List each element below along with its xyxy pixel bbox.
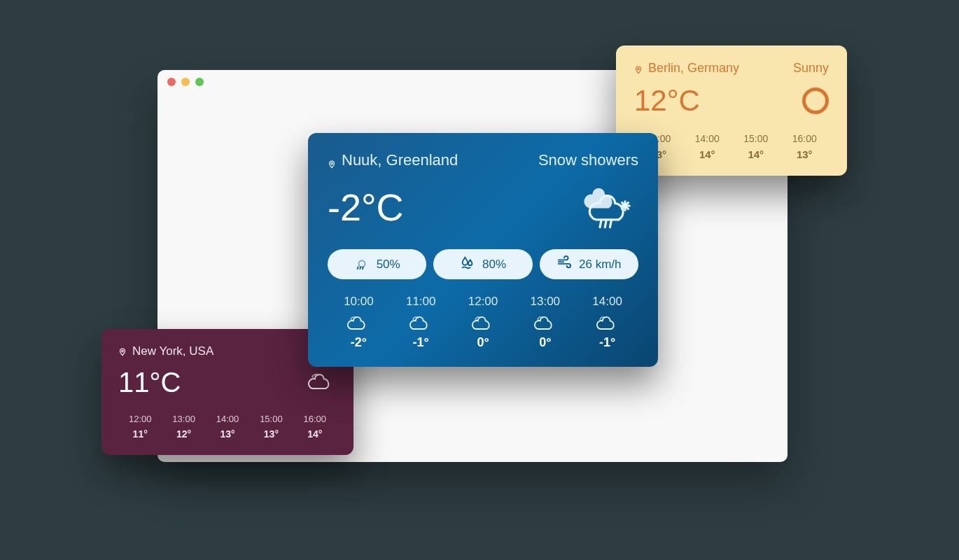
forecast-time: 14:00	[683, 133, 732, 144]
forecast-temp: 14°	[732, 148, 780, 160]
forecast-time: 12:00	[118, 414, 162, 424]
forecast-time: 16:00	[293, 414, 337, 424]
forecast-time: 13:00	[162, 414, 205, 424]
weather-metrics: 50% 80% 26 km/h	[328, 249, 638, 279]
precipitation-value: 50%	[377, 258, 400, 272]
forecast-item: 11:00 -1°	[390, 295, 452, 350]
sun-icon	[802, 88, 829, 114]
current-temperature: 12°C	[634, 84, 700, 118]
svg-line-9	[357, 267, 358, 269]
forecast-temp: 14°	[683, 148, 732, 160]
cloud-icon	[390, 313, 452, 332]
forecast-temp: -2°	[328, 335, 390, 350]
forecast-temp: 13°	[206, 428, 249, 440]
location-pin-icon	[328, 155, 336, 166]
cloud-icon	[514, 313, 576, 332]
svg-line-4	[610, 221, 611, 227]
location-label: Berlin, Germany	[648, 61, 739, 76]
forecast-time: 10:00	[328, 295, 390, 309]
forecast-time: 11:00	[390, 295, 452, 309]
forecast-item: 14:00 13°	[206, 414, 249, 440]
forecast-item: 13:00 0°	[514, 295, 576, 350]
forecast-temp: 11°	[118, 428, 162, 440]
cloudy-icon	[306, 370, 337, 396]
location-pin-icon	[118, 346, 127, 357]
current-temperature: 11°C	[118, 367, 181, 398]
precipitation-pill: 50%	[328, 249, 426, 279]
window-close-icon[interactable]	[167, 78, 176, 86]
svg-line-11	[363, 267, 363, 269]
forecast-temp: 13°	[249, 428, 293, 440]
forecast-item: 15:00 14°	[732, 133, 780, 160]
condition-label: Snow showers	[538, 151, 638, 169]
forecast-time: 14:00	[206, 414, 249, 424]
forecast-temp: 13°	[780, 148, 830, 160]
forecast-item: 10:00 -2°	[328, 295, 390, 350]
humidity-pill: 80%	[433, 249, 532, 279]
svg-line-2	[600, 221, 601, 227]
wind-pill: 26 km/h	[540, 249, 638, 279]
cloud-icon	[328, 313, 390, 332]
forecast-temp: 0°	[514, 335, 576, 350]
window-maximize-icon[interactable]	[195, 78, 204, 86]
forecast-time: 15:00	[732, 133, 780, 144]
forecast-row: 10:00 -2° 11:00 -1° 12:00 0° 13:00 0° 14…	[328, 295, 638, 350]
forecast-item: 13:00 12°	[162, 414, 205, 440]
forecast-temp: 0°	[452, 335, 514, 350]
raindrop-icon	[354, 255, 370, 274]
cloud-icon	[452, 313, 514, 332]
location-pin-icon	[634, 63, 643, 74]
forecast-time: 14:00	[576, 295, 638, 309]
forecast-item: 15:00 13°	[249, 414, 293, 440]
forecast-item: 12:00 0°	[452, 295, 514, 350]
humidity-value: 80%	[482, 258, 506, 272]
forecast-row: 13:00 13° 14:00 14° 15:00 14° 16:00 13°	[634, 133, 829, 160]
forecast-temp: 14°	[293, 428, 337, 440]
forecast-time: 12:00	[452, 295, 514, 309]
wind-value: 26 km/h	[579, 258, 621, 272]
forecast-item: 12:00 11°	[118, 414, 162, 440]
snow-showers-icon	[574, 181, 638, 234]
forecast-temp: -1°	[390, 335, 452, 350]
forecast-item: 14:00 -1°	[576, 295, 638, 350]
cloud-icon	[576, 313, 638, 332]
current-temperature: -2°C	[328, 186, 404, 229]
svg-point-0	[638, 68, 640, 70]
forecast-row: 12:00 11° 13:00 12° 14:00 13° 15:00 13° …	[118, 414, 337, 440]
forecast-item: 16:00 13°	[780, 133, 830, 160]
condition-label: Sunny	[793, 61, 829, 76]
location-label: Nuuk, Greenland	[342, 151, 458, 169]
svg-line-3	[605, 221, 606, 227]
weather-card-nuuk[interactable]: Nuuk, Greenland Snow showers -2°C	[308, 133, 658, 367]
window-minimize-icon[interactable]	[181, 78, 190, 86]
forecast-temp: 12°	[162, 428, 205, 440]
forecast-temp: -1°	[576, 335, 638, 350]
forecast-item: 16:00 14°	[293, 414, 337, 440]
forecast-item: 14:00 14°	[683, 133, 732, 160]
svg-line-10	[360, 267, 360, 269]
svg-point-1	[331, 162, 333, 164]
humidity-icon	[460, 255, 475, 274]
forecast-time: 15:00	[249, 414, 293, 424]
svg-point-12	[122, 350, 124, 352]
wind-icon	[556, 255, 572, 274]
forecast-time: 13:00	[514, 295, 576, 309]
location-label: New York, USA	[132, 344, 214, 358]
forecast-time: 16:00	[780, 133, 830, 144]
